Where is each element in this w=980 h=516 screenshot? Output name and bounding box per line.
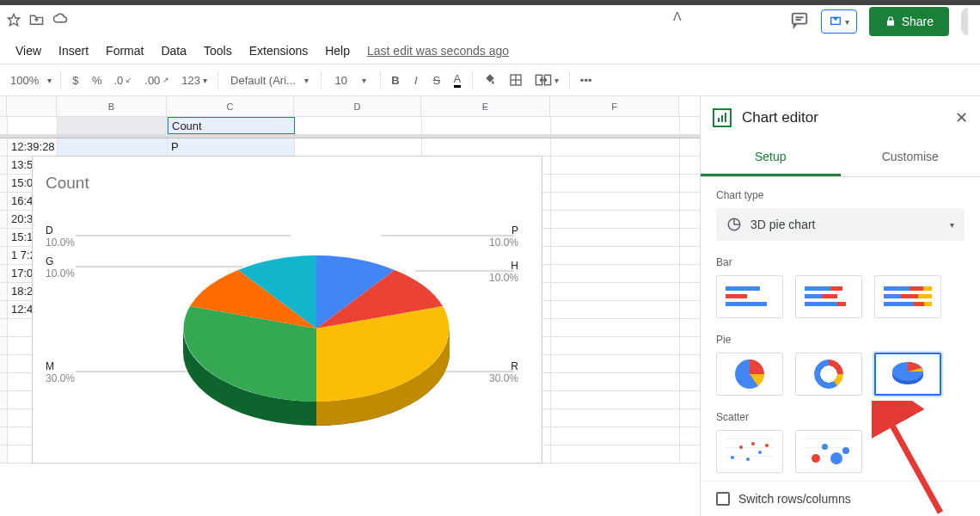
italic-button[interactable]: I: [407, 71, 426, 90]
chart-type-label: Chart type: [716, 189, 965, 201]
chart-option-bar-1[interactable]: [716, 275, 783, 318]
column-header-d[interactable]: D: [294, 96, 421, 116]
toolbar: 100% ▾ $ % .0↙ .00↗ 123▾ Default (Ari...…: [0, 64, 980, 96]
collapse-toolbar-icon[interactable]: ᐱ: [664, 0, 691, 33]
share-button[interactable]: Share: [869, 7, 949, 36]
menu-insert[interactable]: Insert: [52, 40, 95, 61]
chart-option-pie-1[interactable]: [716, 353, 783, 396]
decrease-decimal-button[interactable]: .0↙: [108, 71, 138, 90]
column-header-b[interactable]: B: [57, 96, 167, 116]
more-toolbar-button[interactable]: •••: [575, 71, 597, 90]
cell-c3[interactable]: P: [168, 138, 295, 156]
borders-button[interactable]: [504, 70, 528, 90]
chart-option-bar-3[interactable]: [874, 275, 941, 318]
menu-help[interactable]: Help: [318, 40, 357, 61]
strikethrough-button[interactable]: S: [427, 71, 446, 90]
more-formats-button[interactable]: 123▾: [176, 71, 212, 90]
font-select[interactable]: Default (Ari... ▾: [224, 71, 315, 90]
svg-text:10.0%: 10.0%: [46, 267, 75, 280]
svg-text:10.0%: 10.0%: [489, 236, 518, 249]
move-folder-icon[interactable]: [29, 13, 44, 30]
merge-cells-button[interactable]: ▾: [530, 70, 564, 90]
chart-option-bar-2[interactable]: [795, 275, 862, 318]
checkbox-icon: [716, 492, 730, 506]
svg-text:P: P: [511, 224, 518, 236]
chart-option-scatter-2[interactable]: [795, 430, 862, 473]
chart-title: Count: [46, 174, 89, 193]
section-bar-label: Bar: [716, 256, 965, 268]
svg-text:M: M: [46, 360, 54, 372]
comment-history-icon[interactable]: [790, 10, 809, 33]
svg-rect-1: [792, 14, 806, 24]
panel-title: Chart editor: [742, 109, 945, 126]
increase-decimal-button[interactable]: .00↗: [139, 71, 175, 90]
menu-format[interactable]: Format: [99, 40, 150, 61]
column-header-e[interactable]: E: [421, 96, 550, 116]
spreadsheet-grid[interactable]: B C D E F Count 12:39:28 P 13:59: [0, 96, 700, 516]
svg-text:G: G: [46, 255, 53, 267]
svg-text:10.0%: 10.0%: [46, 236, 75, 249]
present-button[interactable]: ▾: [821, 9, 857, 34]
svg-text:10.0%: 10.0%: [489, 272, 518, 284]
svg-text:30.0%: 30.0%: [46, 372, 75, 384]
tab-customise[interactable]: Customise: [841, 139, 981, 176]
chart-option-pie-2[interactable]: [795, 353, 862, 396]
zoom-select[interactable]: 100% ▾: [7, 71, 55, 90]
section-scatter-label: Scatter: [716, 411, 965, 423]
svg-text:R: R: [511, 360, 518, 372]
account-avatar[interactable]: [961, 8, 968, 35]
menu-view[interactable]: View: [9, 40, 48, 61]
text-color-button[interactable]: A: [448, 69, 467, 91]
embedded-chart[interactable]: Count D 10.0% G 10.0% M 30.0% P 10.0% H …: [32, 156, 542, 464]
svg-text:H: H: [511, 260, 518, 272]
svg-rect-29: [721, 115, 723, 122]
chart-editor-icon: [713, 108, 732, 127]
chart-editor-panel: Chart editor ✕ Setup Customise Chart typ…: [700, 96, 980, 516]
switch-rows-columns-checkbox[interactable]: Switch rows/columns: [701, 481, 980, 516]
svg-rect-30: [725, 113, 726, 122]
star-icon[interactable]: [7, 13, 21, 30]
column-header-f[interactable]: F: [550, 96, 679, 116]
svg-text:D: D: [46, 224, 53, 236]
last-edit-link[interactable]: Last edit was seconds ago: [367, 44, 509, 58]
fill-color-button[interactable]: [478, 70, 502, 90]
menu-tools[interactable]: Tools: [197, 40, 239, 61]
cloud-status-icon[interactable]: [52, 13, 68, 30]
svg-rect-28: [718, 118, 720, 122]
bold-button[interactable]: B: [386, 71, 405, 90]
svg-text:30.0%: 30.0%: [489, 372, 518, 384]
menu-bar: View Insert Format Data Tools Extensions…: [0, 38, 980, 64]
chart-option-pie-3d[interactable]: [874, 353, 941, 396]
tab-setup[interactable]: Setup: [701, 139, 841, 176]
menu-extensions[interactable]: Extensions: [242, 40, 315, 61]
menu-data[interactable]: Data: [154, 40, 193, 61]
chart-type-select[interactable]: 3D pie chart ▾: [716, 208, 965, 241]
section-pie-label: Pie: [716, 334, 965, 346]
column-header-c[interactable]: C: [167, 96, 294, 116]
cell-c1[interactable]: Count: [168, 117, 295, 134]
svg-marker-0: [8, 14, 19, 25]
close-panel-button[interactable]: ✕: [955, 108, 968, 127]
format-currency-button[interactable]: $: [66, 71, 85, 90]
chart-option-scatter-1[interactable]: [716, 430, 783, 473]
format-percent-button[interactable]: %: [87, 71, 107, 90]
font-size-select[interactable]: 10 ▾: [327, 71, 375, 90]
cell-time-0[interactable]: 12:39:28: [8, 138, 58, 156]
